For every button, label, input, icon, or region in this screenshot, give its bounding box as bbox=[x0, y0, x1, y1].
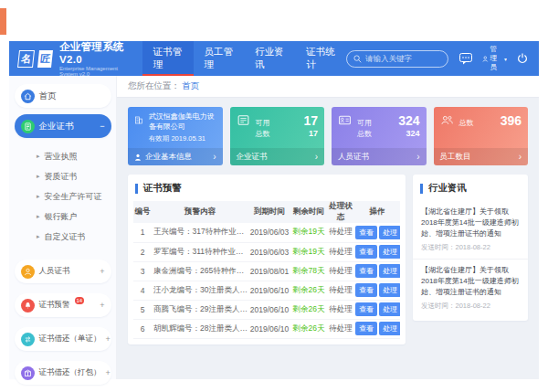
tab-staff-management[interactable]: 员工管理 bbox=[194, 41, 245, 76]
card-footer-label: 员工数目 bbox=[440, 152, 471, 163]
handle-button[interactable]: 处理 bbox=[379, 226, 400, 239]
handle-button[interactable]: 处理 bbox=[379, 245, 400, 259]
app-title-block: 企业管理系统V2.0 Enterprise Management System … bbox=[59, 40, 130, 77]
view-button[interactable]: 查看 bbox=[355, 245, 377, 259]
staff-count-card[interactable]: 总数396 员工数目 › bbox=[434, 107, 529, 165]
industry-news-panel: 行业资讯 【湖北省住建厅】关于领取2018年度第14批一级建造师初始、增项注册证… bbox=[413, 175, 528, 321]
cell-expire: 2019/06/10 bbox=[248, 300, 290, 319]
tab-label: 行业资讯 bbox=[255, 46, 284, 71]
company-card-link[interactable]: 企业基本信息 › bbox=[128, 148, 223, 165]
tab-cert-management[interactable]: 证书管理 bbox=[142, 41, 194, 76]
person-cert-card[interactable]: 可用324 总数324 人员证书 › bbox=[332, 107, 427, 165]
view-button[interactable]: 查看 bbox=[355, 283, 377, 297]
stat-value: 324 bbox=[398, 113, 419, 128]
sidebar-item-cert-borrow-single[interactable]: 证书借还（单证） + bbox=[15, 327, 111, 351]
tab-label: 员工管理 bbox=[205, 46, 234, 71]
company-info-card[interactable]: 武汉恒鑫伽美电力设备有限公司 有效期 2019.05.31 企业基本信息 › bbox=[128, 107, 223, 165]
sidebar-subitem-business-license[interactable]: ▸营业执照 bbox=[37, 146, 116, 166]
sidebar-item-cert-borrow-package[interactable]: 证书借还（打包） + bbox=[15, 361, 111, 385]
cell-id: 3 bbox=[133, 261, 152, 281]
cell-expire: 2019/06/03 bbox=[248, 223, 290, 242]
industry-news-panel-header: 行业资讯 bbox=[413, 175, 528, 201]
cert-alert-table: 编号 预警内容 到期时间 剩余时间 处理状态 操作 1 bbox=[133, 201, 400, 339]
cell-status: 待处理 bbox=[327, 281, 354, 300]
view-button[interactable]: 查看 bbox=[355, 226, 377, 239]
cell-remain: 剩余78天 bbox=[290, 261, 327, 281]
cell-content: 胡凯辉编号：28注册类人… bbox=[152, 319, 248, 338]
breadcrumb: 您所在位置： 首页 bbox=[117, 76, 539, 98]
enterprise-card-link[interactable]: 企业证书 › bbox=[230, 148, 325, 165]
view-button[interactable]: 查看 bbox=[355, 302, 377, 316]
company-validity: 有效期 2019.05.31 bbox=[149, 134, 216, 143]
cell-remain: 剩余26天 bbox=[290, 281, 327, 300]
handle-button[interactable]: 处理 bbox=[379, 302, 400, 316]
sidebar: 首页 企业证书 − ▸营业执照 ▸资质证书 ▸安全生产许可证 ▸银行账户 ▸自定… bbox=[9, 76, 117, 379]
alert-bell-icon bbox=[21, 299, 35, 313]
id-card-icon bbox=[338, 113, 352, 127]
news-item[interactable]: 【湖北省住建厅】关于领取2018年度第14批一级建造师初始、增项注册证书的通知 … bbox=[413, 260, 528, 317]
app-subtitle: Enterprise Management System v2.0 bbox=[59, 66, 130, 77]
tab-industry-news[interactable]: 行业资讯 bbox=[244, 41, 295, 76]
sidebar-subitem-safety-production-license[interactable]: ▸安全生产许可证 bbox=[37, 186, 116, 207]
submenu-arrow-icon: ▸ bbox=[37, 213, 40, 220]
sidebar-subitem-custom-cert[interactable]: ▸自定义证书 bbox=[37, 227, 116, 247]
corner-decoration bbox=[0, 8, 6, 35]
handle-button[interactable]: 处理 bbox=[379, 322, 400, 335]
column-header: 处理状态 bbox=[327, 201, 354, 223]
chevron-right-icon: › bbox=[416, 152, 419, 162]
enterprise-cert-icon bbox=[21, 120, 35, 133]
panel-accent-bar bbox=[420, 184, 423, 194]
cell-content: 王兴编号：317特种作业… bbox=[152, 223, 248, 242]
stat-cards: 武汉恒鑫伽美电力设备有限公司 有效期 2019.05.31 企业基本信息 › bbox=[128, 107, 528, 165]
stat-value: 17 bbox=[303, 113, 318, 128]
chevron-right-icon: › bbox=[519, 152, 522, 162]
message-icon[interactable] bbox=[459, 53, 472, 65]
expand-icon: + bbox=[100, 267, 104, 276]
logo-mark-2: 匠 bbox=[37, 50, 53, 68]
logout-icon[interactable] bbox=[517, 53, 528, 64]
sidebar-item-cert-alerts[interactable]: 证书预警14 + bbox=[15, 293, 111, 317]
view-button[interactable]: 查看 bbox=[355, 322, 377, 335]
cert-alert-panel: 证书预警 编号 预警内容 到期时间 剩余时间 处理状态 bbox=[128, 175, 406, 344]
card-footer-label: 人员证书 bbox=[338, 152, 369, 163]
sidebar-item-label: 人员证书 bbox=[39, 266, 70, 277]
cell-status: 待处理 bbox=[327, 223, 354, 242]
user-icon bbox=[482, 54, 489, 64]
person-icon bbox=[134, 154, 142, 161]
breadcrumb-home-link[interactable]: 首页 bbox=[182, 80, 199, 92]
sidebar-subitem-qualification-cert[interactable]: ▸资质证书 bbox=[37, 166, 116, 186]
table-row: 6 胡凯辉编号：28注册类人… 2019/06/10 剩余26天 待处理 查看处… bbox=[133, 319, 400, 338]
cell-actions: 查看处理 bbox=[354, 300, 400, 319]
person-card-link[interactable]: 人员证书 › bbox=[332, 148, 427, 165]
cell-actions: 查看处理 bbox=[354, 319, 400, 338]
table-row: 2 罗军编号：311特种作业… 2019/06/03 剩余19天 待处理 查看处… bbox=[133, 242, 400, 261]
subitem-label: 安全生产许可证 bbox=[45, 191, 102, 203]
search-box[interactable] bbox=[346, 50, 448, 68]
enterprise-cert-card[interactable]: 可用17 总数17 企业证书 › bbox=[230, 107, 325, 165]
cell-expire: 2019/06/10 bbox=[248, 319, 290, 338]
cell-remain: 剩余26天 bbox=[290, 300, 327, 319]
news-item[interactable]: 【湖北省住建厅】关于领取2018年度第14批一级建造师初始、增项注册证书的通知 … bbox=[413, 201, 528, 260]
handle-button[interactable]: 处理 bbox=[379, 264, 400, 278]
search-input[interactable] bbox=[365, 54, 441, 63]
sidebar-item-label: 证书借还（单证） bbox=[39, 334, 101, 344]
logo-mark-1: 名 bbox=[17, 50, 35, 68]
user-menu[interactable]: 管理员 ▾ bbox=[482, 45, 507, 72]
table-row: 1 王兴编号：317特种作业… 2019/06/03 剩余19天 待处理 查看处… bbox=[133, 223, 400, 242]
tab-cert-statistics[interactable]: 证书统计 bbox=[295, 41, 346, 76]
handle-button[interactable]: 处理 bbox=[379, 283, 400, 297]
enterprise-cert-submenu: ▸营业执照 ▸资质证书 ▸安全生产许可证 ▸银行账户 ▸自定义证书 bbox=[9, 144, 116, 249]
column-header: 操作 bbox=[354, 201, 400, 223]
sidebar-item-home[interactable]: 首页 bbox=[15, 84, 111, 108]
staff-card-link[interactable]: 员工数目 › bbox=[434, 148, 529, 165]
staff-card-body: 总数396 bbox=[434, 107, 529, 148]
sidebar-item-enterprise-cert[interactable]: 企业证书 − bbox=[15, 114, 111, 138]
sidebar-subitem-bank-account[interactable]: ▸银行账户 bbox=[37, 207, 116, 227]
view-button[interactable]: 查看 bbox=[355, 264, 377, 278]
cell-remain: 剩余26天 bbox=[290, 319, 327, 338]
cell-id: 6 bbox=[133, 319, 152, 338]
main-nav: 证书管理 员工管理 行业资讯 证书统计 bbox=[142, 41, 346, 76]
sidebar-item-person-cert[interactable]: 人员证书 + bbox=[15, 260, 111, 283]
building-icon bbox=[134, 113, 143, 127]
submenu-arrow-icon: ▸ bbox=[37, 173, 40, 180]
